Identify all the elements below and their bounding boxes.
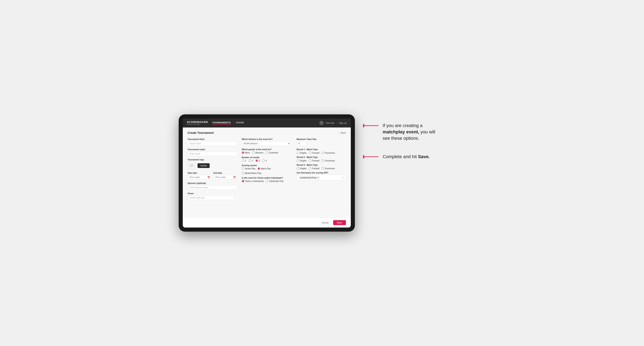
nav-brand: SCOREBOARD Powered by clippit xyxy=(187,121,208,125)
page-header: Create Tournament ← Back xyxy=(188,131,346,134)
signout-link[interactable]: Sign out xyxy=(339,122,347,124)
user-avatar: T xyxy=(319,121,324,125)
third-party-tag: Leaderboard King ✕ xyxy=(299,176,320,179)
round2-singles-radio[interactable] xyxy=(297,159,299,162)
round-4[interactable]: 4 xyxy=(262,159,267,162)
tournament-logo-section: Tournament logo Upload xyxy=(188,159,238,170)
logo-placeholder xyxy=(188,162,196,170)
round2-foursomes[interactable]: Foursomes xyxy=(321,159,335,162)
cancel-button[interactable]: Cancel xyxy=(319,220,331,225)
nav-tournaments[interactable]: TOURNAMENTS xyxy=(212,121,231,125)
round3-singles-radio[interactable] xyxy=(297,167,299,170)
start-date-input[interactable] xyxy=(188,175,212,180)
round3-foursomes[interactable]: Foursomes xyxy=(321,167,335,170)
round1-foursomes[interactable]: Foursomes xyxy=(321,152,335,154)
round1-fourball-radio[interactable] xyxy=(308,152,311,154)
gender-label: Which gender is the event for? xyxy=(242,148,292,151)
match-play-radio[interactable] xyxy=(258,167,260,170)
start-date-label: Start date xyxy=(188,172,212,174)
svg-rect-0 xyxy=(190,165,193,167)
round1-singles[interactable]: Singles xyxy=(297,152,307,154)
tournament-host-input[interactable] xyxy=(188,141,238,146)
rounds-radio-group: 1 2 3 xyxy=(242,159,292,162)
round3-foursomes-radio[interactable] xyxy=(321,167,324,170)
round1-fourball-label: Fourball xyxy=(312,152,319,154)
nav-teams[interactable]: TEAMS xyxy=(236,121,244,125)
third-party-field[interactable]: Leaderboard King ✕ ▼ xyxy=(297,175,346,180)
scoring-match-play[interactable]: Match Play xyxy=(258,167,271,170)
round-1-label: 1 xyxy=(245,160,246,162)
sponsor-section: Sponsor (optional) xyxy=(188,182,238,190)
save-button[interactable]: Save xyxy=(333,220,346,225)
scoring-medal-match-play[interactable]: Medal Match Play xyxy=(242,172,261,174)
upload-button[interactable]: Upload xyxy=(198,163,210,168)
round3-fourball-radio[interactable] xyxy=(308,167,311,170)
tablet-device: SCOREBOARD Powered by clippit TOURNAMENT… xyxy=(179,114,355,232)
round-1[interactable]: 1 xyxy=(242,159,246,162)
gender-mens[interactable]: Mens xyxy=(242,152,250,154)
back-button[interactable]: ← Back xyxy=(338,132,346,134)
teams-radio[interactable] xyxy=(242,180,244,182)
round3-match-label: Round 3 - Match Type xyxy=(297,164,346,166)
third-party-dropdown-icon: ▼ xyxy=(342,176,344,179)
gender-womens[interactable]: Womens xyxy=(252,152,263,154)
event-individuals[interactable]: Individuals Only xyxy=(266,180,284,182)
division-section: Which division is the event for? NCAA Di… xyxy=(242,138,292,146)
nav-links: TOURNAMENTS TEAMS xyxy=(212,121,244,125)
match-play-label: Match Play xyxy=(261,168,271,170)
round2-fourball-radio[interactable] xyxy=(308,159,311,162)
scoring-stroke-play[interactable]: Stroke Play xyxy=(242,167,256,170)
rounds-label: Number of rounds xyxy=(242,156,292,159)
gender-womens-label: Womens xyxy=(255,152,263,154)
venue-section: Venue Search golf club ▼ xyxy=(188,192,238,200)
round1-fourball[interactable]: Fourball xyxy=(308,152,319,154)
event-type-label: Is this event for Teams and/or Individua… xyxy=(242,177,292,179)
round-3[interactable]: 3 xyxy=(256,159,260,162)
event-teams[interactable]: Teams (+Individuals) xyxy=(242,180,264,182)
round3-fourball[interactable]: Fourball xyxy=(308,167,319,170)
gender-combined[interactable]: Combined xyxy=(265,152,278,154)
scoring-radio-group: Stroke Play Match Play Medal Match Play xyxy=(242,167,292,174)
gender-combined-radio[interactable] xyxy=(265,152,268,154)
max-team-size-input[interactable] xyxy=(297,141,307,146)
annotations: If you are creating a matchplay event, y… xyxy=(363,114,466,160)
end-date-input[interactable] xyxy=(214,175,238,180)
gender-combined-label: Combined xyxy=(268,152,278,154)
stroke-play-radio[interactable] xyxy=(242,167,244,170)
gender-womens-radio[interactable] xyxy=(252,152,254,154)
tag-close-icon[interactable]: ✕ xyxy=(317,176,318,179)
left-column: Tournament Host Tournament name Tourname… xyxy=(188,138,238,202)
round3-foursomes-label: Foursomes xyxy=(324,167,335,170)
round-2[interactable]: 2 xyxy=(248,159,253,162)
gender-mens-radio[interactable] xyxy=(242,152,244,154)
form-grid: Tournament Host Tournament name Tourname… xyxy=(188,138,346,202)
tournament-name-input[interactable] xyxy=(188,152,238,156)
round1-match-label: Round 1 - Match Type xyxy=(297,148,346,151)
round2-fourball[interactable]: Fourball xyxy=(308,159,319,162)
round-2-radio[interactable] xyxy=(248,159,251,162)
tournament-logo-label: Tournament logo xyxy=(188,159,238,161)
tablet-screen: SCOREBOARD Powered by clippit TOURNAMENT… xyxy=(183,119,351,227)
medal-match-play-radio[interactable] xyxy=(242,172,244,174)
page-title: Create Tournament xyxy=(188,131,214,134)
round3-singles[interactable]: Singles xyxy=(297,167,307,170)
round2-foursomes-radio[interactable] xyxy=(321,159,324,162)
round2-singles[interactable]: Singles xyxy=(297,159,307,162)
start-date-section: Start date 📅 xyxy=(188,172,212,180)
stroke-play-label: Stroke Play xyxy=(245,168,256,170)
venue-select[interactable]: Search golf club xyxy=(188,195,238,200)
sponsor-label: Sponsor (optional) xyxy=(188,182,238,184)
individuals-radio[interactable] xyxy=(266,180,268,182)
round1-foursomes-radio[interactable] xyxy=(321,152,324,154)
round-3-radio[interactable] xyxy=(256,159,258,162)
brand-name: SCOREBOARD xyxy=(187,121,208,124)
round-1-radio[interactable] xyxy=(242,159,244,162)
round1-singles-radio[interactable] xyxy=(297,152,299,154)
gender-radio-group: Mens Womens Combined xyxy=(242,152,292,154)
annotation-bottom-text: Complete and hit Save. xyxy=(383,154,430,160)
division-select[interactable]: NCAA Division I NCAA Division II NAIA xyxy=(242,141,292,146)
sponsor-input[interactable] xyxy=(188,185,238,190)
end-date-field: 📅 xyxy=(214,175,238,180)
round-4-radio[interactable] xyxy=(262,159,265,162)
round-3-label: 3 xyxy=(259,160,260,162)
